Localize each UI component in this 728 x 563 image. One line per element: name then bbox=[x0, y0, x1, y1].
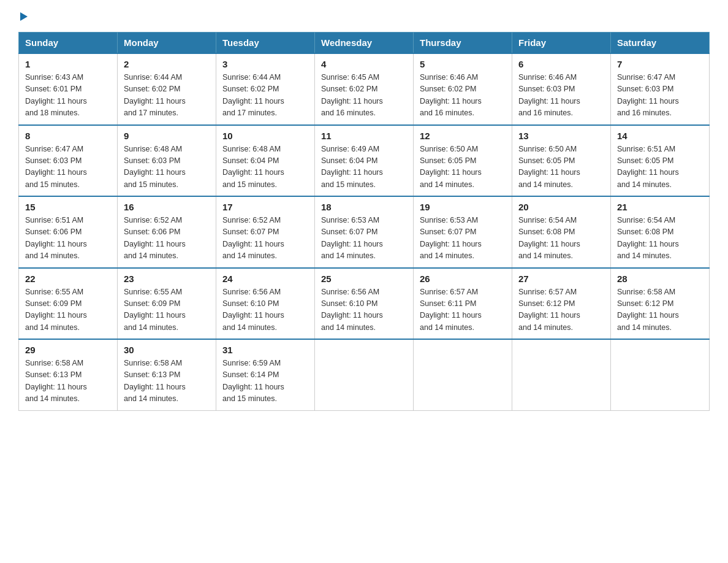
column-header-wednesday: Wednesday bbox=[315, 33, 414, 54]
calendar-cell: 31 Sunrise: 6:59 AMSunset: 6:14 PMDaylig… bbox=[216, 339, 315, 410]
day-number: 14 bbox=[617, 131, 703, 141]
day-number: 13 bbox=[518, 131, 604, 141]
day-info: Sunrise: 6:51 AMSunset: 6:06 PMDaylight:… bbox=[25, 215, 111, 262]
calendar-cell: 9 Sunrise: 6:48 AMSunset: 6:03 PMDayligh… bbox=[118, 125, 216, 197]
calendar-cell bbox=[611, 339, 710, 410]
day-info: Sunrise: 6:43 AMSunset: 6:01 PMDaylight:… bbox=[25, 72, 111, 120]
day-number: 21 bbox=[617, 202, 703, 212]
day-info: Sunrise: 6:52 AMSunset: 6:07 PMDaylight:… bbox=[222, 215, 308, 262]
column-header-tuesday: Tuesday bbox=[216, 33, 315, 54]
day-number: 31 bbox=[222, 345, 308, 355]
day-info: Sunrise: 6:47 AMSunset: 6:03 PMDaylight:… bbox=[617, 72, 703, 120]
calendar-table: SundayMondayTuesdayWednesdayThursdayFrid… bbox=[18, 32, 710, 411]
calendar-cell: 3 Sunrise: 6:44 AMSunset: 6:02 PMDayligh… bbox=[216, 53, 315, 125]
day-number: 29 bbox=[25, 345, 111, 355]
day-info: Sunrise: 6:53 AMSunset: 6:07 PMDaylight:… bbox=[321, 215, 407, 262]
day-info: Sunrise: 6:56 AMSunset: 6:10 PMDaylight:… bbox=[321, 286, 407, 334]
day-number: 7 bbox=[617, 59, 703, 69]
calendar-cell: 14 Sunrise: 6:51 AMSunset: 6:05 PMDaylig… bbox=[611, 125, 710, 197]
day-number: 25 bbox=[321, 274, 407, 284]
calendar-cell: 5 Sunrise: 6:46 AMSunset: 6:02 PMDayligh… bbox=[414, 53, 512, 125]
day-info: Sunrise: 6:56 AMSunset: 6:10 PMDaylight:… bbox=[222, 286, 308, 334]
day-info: Sunrise: 6:55 AMSunset: 6:09 PMDaylight:… bbox=[25, 286, 111, 334]
day-number: 4 bbox=[321, 59, 407, 69]
day-number: 9 bbox=[124, 131, 210, 141]
calendar-cell: 30 Sunrise: 6:58 AMSunset: 6:13 PMDaylig… bbox=[118, 339, 216, 410]
calendar-cell: 23 Sunrise: 6:55 AMSunset: 6:09 PMDaylig… bbox=[118, 268, 216, 340]
calendar-cell: 28 Sunrise: 6:58 AMSunset: 6:12 PMDaylig… bbox=[611, 268, 710, 340]
day-number: 22 bbox=[25, 274, 111, 284]
day-number: 6 bbox=[518, 59, 604, 69]
day-number: 12 bbox=[420, 131, 506, 141]
day-number: 8 bbox=[25, 131, 111, 141]
calendar-week-row: 8 Sunrise: 6:47 AMSunset: 6:03 PMDayligh… bbox=[19, 125, 710, 197]
calendar-cell: 4 Sunrise: 6:45 AMSunset: 6:02 PMDayligh… bbox=[315, 53, 414, 125]
logo bbox=[18, 12, 28, 20]
column-header-sunday: Sunday bbox=[19, 33, 118, 54]
day-number: 10 bbox=[222, 131, 308, 141]
day-number: 23 bbox=[124, 274, 210, 284]
calendar-cell: 29 Sunrise: 6:58 AMSunset: 6:13 PMDaylig… bbox=[19, 339, 118, 410]
day-info: Sunrise: 6:54 AMSunset: 6:08 PMDaylight:… bbox=[617, 215, 703, 262]
calendar-cell: 12 Sunrise: 6:50 AMSunset: 6:05 PMDaylig… bbox=[414, 125, 512, 197]
day-info: Sunrise: 6:53 AMSunset: 6:07 PMDaylight:… bbox=[420, 215, 506, 262]
day-info: Sunrise: 6:58 AMSunset: 6:12 PMDaylight:… bbox=[617, 286, 703, 334]
calendar-cell: 11 Sunrise: 6:49 AMSunset: 6:04 PMDaylig… bbox=[315, 125, 414, 197]
day-info: Sunrise: 6:50 AMSunset: 6:05 PMDaylight:… bbox=[420, 144, 506, 191]
day-info: Sunrise: 6:48 AMSunset: 6:03 PMDaylight:… bbox=[124, 144, 210, 191]
calendar-cell: 16 Sunrise: 6:52 AMSunset: 6:06 PMDaylig… bbox=[118, 196, 216, 268]
calendar-cell: 8 Sunrise: 6:47 AMSunset: 6:03 PMDayligh… bbox=[19, 125, 118, 197]
calendar-week-row: 15 Sunrise: 6:51 AMSunset: 6:06 PMDaylig… bbox=[19, 196, 710, 268]
day-number: 5 bbox=[420, 59, 506, 69]
day-info: Sunrise: 6:47 AMSunset: 6:03 PMDaylight:… bbox=[25, 144, 111, 191]
day-number: 16 bbox=[124, 202, 210, 212]
day-info: Sunrise: 6:57 AMSunset: 6:11 PMDaylight:… bbox=[420, 286, 506, 334]
day-info: Sunrise: 6:57 AMSunset: 6:12 PMDaylight:… bbox=[518, 286, 604, 334]
calendar-cell: 15 Sunrise: 6:51 AMSunset: 6:06 PMDaylig… bbox=[19, 196, 118, 268]
calendar-header-row: SundayMondayTuesdayWednesdayThursdayFrid… bbox=[19, 33, 710, 54]
day-number: 24 bbox=[222, 274, 308, 284]
day-number: 27 bbox=[518, 274, 604, 284]
day-number: 28 bbox=[617, 274, 703, 284]
calendar-cell: 24 Sunrise: 6:56 AMSunset: 6:10 PMDaylig… bbox=[216, 268, 315, 340]
calendar-week-row: 29 Sunrise: 6:58 AMSunset: 6:13 PMDaylig… bbox=[19, 339, 710, 410]
logo-arrow-icon bbox=[20, 12, 28, 21]
calendar-cell: 10 Sunrise: 6:48 AMSunset: 6:04 PMDaylig… bbox=[216, 125, 315, 197]
day-info: Sunrise: 6:59 AMSunset: 6:14 PMDaylight:… bbox=[222, 358, 308, 405]
column-header-saturday: Saturday bbox=[611, 33, 710, 54]
day-number: 3 bbox=[222, 59, 308, 69]
page-header bbox=[18, 12, 710, 20]
day-number: 19 bbox=[420, 202, 506, 212]
column-header-monday: Monday bbox=[118, 33, 216, 54]
calendar-cell bbox=[512, 339, 611, 410]
calendar-cell: 2 Sunrise: 6:44 AMSunset: 6:02 PMDayligh… bbox=[118, 53, 216, 125]
day-number: 18 bbox=[321, 202, 407, 212]
calendar-cell bbox=[414, 339, 512, 410]
calendar-cell: 26 Sunrise: 6:57 AMSunset: 6:11 PMDaylig… bbox=[414, 268, 512, 340]
calendar-cell: 13 Sunrise: 6:50 AMSunset: 6:05 PMDaylig… bbox=[512, 125, 611, 197]
day-number: 26 bbox=[420, 274, 506, 284]
day-info: Sunrise: 6:50 AMSunset: 6:05 PMDaylight:… bbox=[518, 144, 604, 191]
day-number: 11 bbox=[321, 131, 407, 141]
day-info: Sunrise: 6:45 AMSunset: 6:02 PMDaylight:… bbox=[321, 72, 407, 120]
calendar-week-row: 22 Sunrise: 6:55 AMSunset: 6:09 PMDaylig… bbox=[19, 268, 710, 340]
day-info: Sunrise: 6:55 AMSunset: 6:09 PMDaylight:… bbox=[124, 286, 210, 334]
calendar-cell bbox=[315, 339, 414, 410]
day-info: Sunrise: 6:54 AMSunset: 6:08 PMDaylight:… bbox=[518, 215, 604, 262]
calendar-cell: 20 Sunrise: 6:54 AMSunset: 6:08 PMDaylig… bbox=[512, 196, 611, 268]
calendar-cell: 22 Sunrise: 6:55 AMSunset: 6:09 PMDaylig… bbox=[19, 268, 118, 340]
column-header-friday: Friday bbox=[512, 33, 611, 54]
day-number: 1 bbox=[25, 59, 111, 69]
calendar-cell: 6 Sunrise: 6:46 AMSunset: 6:03 PMDayligh… bbox=[512, 53, 611, 125]
day-number: 15 bbox=[25, 202, 111, 212]
day-info: Sunrise: 6:44 AMSunset: 6:02 PMDaylight:… bbox=[222, 72, 308, 120]
calendar-cell: 1 Sunrise: 6:43 AMSunset: 6:01 PMDayligh… bbox=[19, 53, 118, 125]
day-info: Sunrise: 6:46 AMSunset: 6:03 PMDaylight:… bbox=[518, 72, 604, 120]
calendar-cell: 21 Sunrise: 6:54 AMSunset: 6:08 PMDaylig… bbox=[611, 196, 710, 268]
day-info: Sunrise: 6:58 AMSunset: 6:13 PMDaylight:… bbox=[124, 358, 210, 405]
day-number: 2 bbox=[124, 59, 210, 69]
day-number: 17 bbox=[222, 202, 308, 212]
day-info: Sunrise: 6:52 AMSunset: 6:06 PMDaylight:… bbox=[124, 215, 210, 262]
day-info: Sunrise: 6:49 AMSunset: 6:04 PMDaylight:… bbox=[321, 144, 407, 191]
calendar-cell: 17 Sunrise: 6:52 AMSunset: 6:07 PMDaylig… bbox=[216, 196, 315, 268]
